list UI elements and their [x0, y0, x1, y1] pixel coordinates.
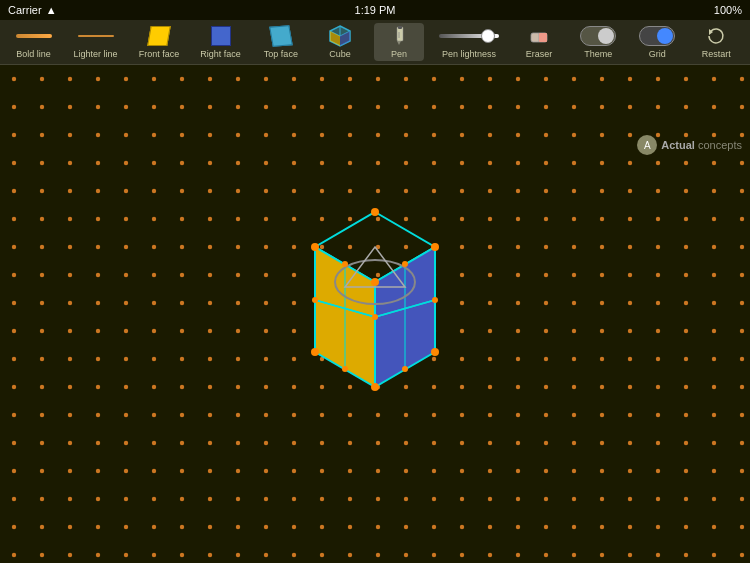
front-face-icon: [149, 25, 169, 47]
svg-point-39: [312, 297, 318, 303]
svg-point-31: [311, 348, 319, 356]
svg-rect-7: [397, 27, 403, 41]
svg-point-30: [431, 348, 439, 356]
eraser-label: Eraser: [526, 49, 553, 59]
wifi-icon: ▲: [46, 4, 57, 16]
restart-icon: [705, 25, 727, 47]
top-face-label: Top face: [264, 49, 298, 59]
time-display: 1:19 PM: [355, 4, 396, 16]
restart-label: Restart: [702, 49, 731, 59]
svg-point-27: [431, 243, 439, 251]
top-face-tool[interactable]: Top face: [256, 23, 306, 61]
carrier-label: Carrier: [8, 4, 42, 16]
cube-label: Cube: [329, 49, 351, 59]
svg-point-28: [311, 243, 319, 251]
svg-point-33: [402, 261, 408, 267]
lighter-line-tool[interactable]: Lighter line: [68, 23, 124, 61]
pen-icon: [388, 25, 410, 47]
lighter-line-label: Lighter line: [74, 49, 118, 59]
watermark-icon: A: [637, 135, 657, 155]
status-bar: Carrier ▲ 1:19 PM 100%: [0, 0, 750, 20]
svg-rect-13: [539, 33, 547, 42]
svg-point-32: [371, 383, 379, 391]
bold-line-icon: [16, 25, 52, 47]
right-face-tool[interactable]: Right face: [194, 23, 247, 61]
svg-point-38: [432, 297, 438, 303]
toolbar: Bold line Lighter line Front face Right …: [0, 20, 750, 65]
bold-line-label: Bold line: [16, 49, 51, 59]
watermark: A Actual concepts: [637, 135, 742, 155]
svg-point-37: [372, 314, 378, 320]
theme-label: Theme: [584, 49, 612, 59]
grid-label: Grid: [649, 49, 666, 59]
battery-display: 100%: [714, 4, 742, 16]
front-face-label: Front face: [139, 49, 180, 59]
pen-lightness-label: Pen lightness: [442, 49, 496, 59]
svg-point-29: [371, 278, 379, 286]
cube-icon: [326, 25, 354, 47]
theme-icon: [580, 25, 616, 47]
watermark-text: Actual concepts: [661, 139, 742, 151]
svg-rect-9: [398, 26, 402, 29]
pen-lightness-icon: [439, 25, 499, 47]
pen-tool[interactable]: Pen: [374, 23, 424, 61]
grid-tool[interactable]: Grid: [632, 23, 682, 61]
svg-point-26: [371, 208, 379, 216]
right-face-icon: [211, 25, 231, 47]
eraser-icon: [528, 25, 550, 47]
bold-line-tool[interactable]: Bold line: [9, 23, 59, 61]
eraser-tool[interactable]: Eraser: [514, 23, 564, 61]
front-face-tool[interactable]: Front face: [133, 23, 186, 61]
cube-tool[interactable]: Cube: [315, 23, 365, 61]
restart-tool[interactable]: Restart: [691, 23, 741, 61]
svg-point-35: [402, 366, 408, 372]
pen-label: Pen: [391, 49, 407, 59]
svg-point-36: [342, 366, 348, 372]
svg-marker-8: [397, 41, 401, 45]
top-face-icon: [271, 25, 291, 47]
cube-drawing: [275, 182, 475, 422]
grid-icon: [639, 25, 675, 47]
svg-point-34: [342, 261, 348, 267]
lighter-line-icon: [78, 25, 114, 47]
canvas-area[interactable]: A Actual concepts: [0, 65, 750, 563]
status-left: Carrier ▲: [8, 4, 57, 16]
right-face-label: Right face: [200, 49, 241, 59]
theme-tool[interactable]: Theme: [573, 23, 623, 61]
pen-lightness-tool[interactable]: Pen lightness: [433, 23, 505, 61]
